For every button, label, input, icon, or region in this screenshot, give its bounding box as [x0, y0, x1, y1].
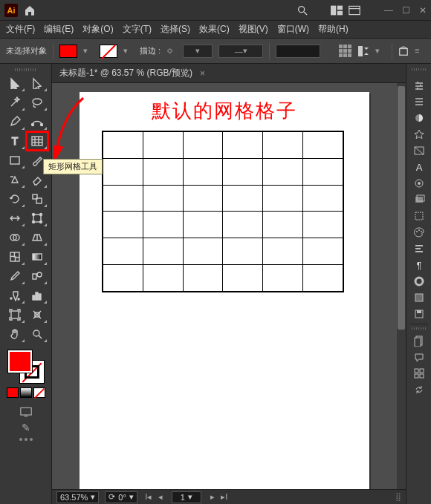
rotate-tool[interactable]	[4, 190, 25, 208]
last-artboard-icon[interactable]: ▸I	[219, 492, 230, 503]
ctrl-menu-icon[interactable]: ≡	[415, 46, 425, 56]
artboard-tool[interactable]	[4, 306, 25, 324]
style-field[interactable]	[276, 45, 320, 58]
workspace-icon[interactable]	[331, 5, 343, 16]
color-guide-icon[interactable]	[410, 126, 428, 143]
align-icon[interactable]	[410, 240, 428, 257]
arrange-icon[interactable]	[410, 365, 428, 382]
hand-tool[interactable]	[4, 325, 25, 343]
character-a-icon[interactable]: A	[410, 159, 428, 175]
tab-close-button[interactable]: ×	[200, 68, 205, 79]
menu-view[interactable]: 视图(V)	[239, 23, 268, 36]
rotate-field[interactable]: ⟳0°▾	[105, 491, 137, 503]
mesh-tool[interactable]	[4, 248, 25, 266]
canvas[interactable]: 默认的网格格子	[52, 83, 397, 489]
fill-stroke-swatch[interactable]	[8, 350, 44, 383]
shape-builder-tool[interactable]	[4, 229, 25, 246]
close-window-button[interactable]: ✕	[419, 5, 427, 16]
properties-icon[interactable]	[410, 77, 428, 94]
prev-artboard-icon[interactable]: ◂	[155, 492, 166, 503]
pen-tool[interactable]	[4, 113, 25, 131]
sync-icon[interactable]	[410, 382, 428, 398]
magic-wand-tool[interactable]	[4, 94, 25, 111]
menu-effect[interactable]: 效果(C)	[199, 23, 230, 36]
curvature-tool[interactable]	[27, 113, 48, 131]
status-grip-icon[interactable]: ⣿	[395, 492, 401, 502]
column-graph-tool[interactable]	[27, 287, 48, 304]
first-artboard-icon[interactable]: I◂	[143, 492, 154, 503]
artboard-index-field[interactable]: 1▾	[172, 491, 201, 503]
align-grid-icon[interactable]	[339, 45, 351, 57]
eyedropper-tool[interactable]	[4, 267, 25, 285]
gradient-tool[interactable]	[27, 248, 48, 266]
menu-lines-icon[interactable]	[410, 94, 428, 110]
color-icon[interactable]	[410, 110, 428, 126]
slice-tool[interactable]	[27, 306, 48, 324]
save-icon[interactable]	[410, 306, 428, 322]
menu-file[interactable]: 文件(F)	[6, 23, 35, 36]
paragraph-icon[interactable]: ¶	[410, 257, 428, 273]
lasso-tool[interactable]	[27, 94, 48, 111]
annotation-arrow	[54, 95, 91, 169]
shaper-tool[interactable]	[4, 171, 25, 189]
appearance-circle-icon[interactable]	[410, 175, 428, 192]
scale-tool[interactable]	[27, 190, 48, 208]
stroke-dropdown-icon[interactable]: ▾	[123, 46, 134, 56]
perspective-grid-tool[interactable]	[27, 229, 48, 246]
stroke-icon[interactable]	[410, 273, 428, 289]
more-tools-icon[interactable]	[19, 438, 33, 441]
next-artboard-icon[interactable]: ▸	[207, 492, 218, 503]
transform-icon[interactable]	[410, 208, 428, 224]
menu-type[interactable]: 文字(T)	[123, 23, 152, 36]
panel-grip[interactable]	[15, 68, 37, 71]
width-tool[interactable]	[4, 209, 25, 227]
chat-icon[interactable]	[410, 349, 428, 365]
svg-rect-36	[36, 292, 38, 300]
home-icon[interactable]	[24, 4, 36, 16]
color-mode-swatches[interactable]	[7, 387, 45, 398]
fill-swatch[interactable]	[59, 45, 77, 58]
menu-object[interactable]: 对象(O)	[82, 23, 113, 36]
rectangular-grid-tool[interactable]	[27, 132, 48, 150]
selection-tool[interactable]	[4, 74, 25, 92]
artboard-text[interactable]: 默认的网格格子	[80, 98, 369, 124]
libraries-icon[interactable]	[410, 333, 428, 349]
palette-icon[interactable]	[410, 224, 428, 240]
dock-grip[interactable]	[412, 68, 427, 71]
doc-setup-icon[interactable]	[357, 45, 369, 57]
menu-window[interactable]: 窗口(W)	[277, 23, 309, 36]
stroke-weight-field[interactable]: ▾	[183, 45, 213, 58]
blend-tool[interactable]	[27, 267, 48, 285]
vertical-scrollbar[interactable]	[397, 83, 406, 489]
screen-mode-icon[interactable]	[20, 407, 32, 417]
artboard[interactable]: 默认的网格格子	[80, 92, 369, 489]
maximize-button[interactable]: ☐	[402, 5, 410, 16]
rectangle-tool[interactable]	[4, 151, 25, 169]
fill-dropdown-icon[interactable]: ▾	[83, 46, 94, 56]
symbol-sprayer-tool[interactable]	[4, 287, 25, 304]
zoom-field[interactable]: 63.57%▾	[56, 491, 99, 503]
menu-select[interactable]: 选择(S)	[161, 23, 190, 36]
arrange-docs-icon[interactable]	[349, 5, 360, 16]
edit-toolbar-icon[interactable]: ✎	[22, 422, 30, 433]
search-icon[interactable]	[296, 4, 308, 16]
swatches-icon[interactable]	[410, 143, 428, 159]
type-tool[interactable]: T	[4, 132, 25, 150]
artboard-nav-2[interactable]: ▸ ▸I	[207, 492, 230, 503]
direct-selection-tool[interactable]	[27, 74, 48, 92]
preferences-icon[interactable]	[398, 46, 409, 56]
document-tab[interactable]: 未标题-1* @ 63.57 % (RGB/预览) ×	[52, 64, 406, 83]
minimize-button[interactable]: —	[384, 5, 393, 16]
rectangular-grid-object[interactable]	[102, 131, 344, 292]
menu-edit[interactable]: 编辑(E)	[44, 23, 74, 36]
stroke-profile-field[interactable]: — ▾	[218, 45, 263, 58]
layers-icon[interactable]	[410, 192, 428, 208]
artboard-nav[interactable]: I◂ ◂	[143, 492, 166, 503]
opacity-icon[interactable]	[410, 289, 428, 306]
zoom-tool[interactable]	[27, 325, 48, 343]
setup-dropdown-icon[interactable]: ▾	[375, 46, 386, 56]
free-transform-tool[interactable]	[27, 209, 48, 227]
menu-help[interactable]: 帮助(H)	[318, 23, 349, 36]
stroke-swatch[interactable]	[100, 45, 117, 58]
stroke-weight-stepper[interactable]: ≎	[166, 46, 177, 56]
